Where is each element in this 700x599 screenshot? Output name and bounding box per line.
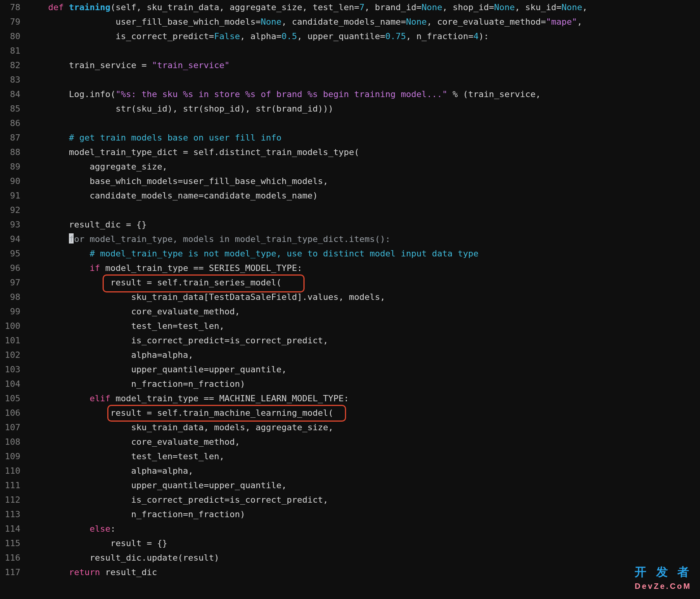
code-line[interactable]: def training(self, sku_train_data, aggre…	[27, 0, 588, 14]
code-line[interactable]	[27, 116, 588, 130]
line-number: 111	[0, 478, 23, 493]
code-line[interactable]: candidate_models_name=candidate_models_n…	[27, 188, 588, 203]
line-number: 102	[0, 348, 23, 362]
line-number: 78	[0, 0, 23, 14]
line-number: 86	[0, 116, 23, 130]
code-line[interactable]: # get train models base on user fill inf…	[27, 130, 588, 145]
code-line[interactable]: sku_train_data[TestDataSaleField].values…	[27, 290, 588, 304]
code-line[interactable]: # model_train_type is not model_type, us…	[27, 246, 588, 261]
line-number: 110	[0, 464, 23, 478]
code-line[interactable]: is_correct_predict=False, alpha=0.5, upp…	[27, 29, 588, 43]
line-number: 91	[0, 188, 23, 203]
line-number: 81	[0, 43, 23, 58]
line-number: 88	[0, 145, 23, 159]
line-number: 89	[0, 159, 23, 174]
line-number: 97	[0, 275, 23, 290]
code-line[interactable]: n_fraction=n_fraction)	[27, 507, 588, 521]
line-number: 83	[0, 72, 23, 87]
line-number: 100	[0, 319, 23, 333]
line-number: 115	[0, 536, 23, 550]
line-number: 90	[0, 174, 23, 188]
code-line[interactable]	[27, 72, 588, 87]
line-number: 109	[0, 449, 23, 464]
code-line[interactable]: if model_train_type == SERIES_MODEL_TYPE…	[27, 261, 588, 275]
line-number: 114	[0, 521, 23, 536]
code-line[interactable]: sku_train_data, models, aggregate_size,	[27, 420, 588, 435]
code-line[interactable]: result = {}	[27, 536, 588, 550]
line-number: 101	[0, 333, 23, 348]
code-line[interactable]: upper_quantile=upper_quantile,	[27, 362, 588, 377]
line-number: 117	[0, 565, 23, 579]
code-line[interactable]: for model_train_type, models in model_tr…	[27, 232, 588, 246]
line-number: 104	[0, 377, 23, 391]
watermark: 开 发 者 DevZe.CoM	[635, 565, 692, 594]
code-line[interactable]: is_correct_predict=is_correct_predict,	[27, 493, 588, 507]
code-line[interactable]: result = self.train_machine_learning_mod…	[27, 406, 588, 420]
line-number: 85	[0, 101, 23, 116]
line-number: 96	[0, 261, 23, 275]
code-line[interactable]: model_train_type_dict = self.distinct_tr…	[27, 145, 588, 159]
line-number: 84	[0, 87, 23, 101]
code-line[interactable]: result = self.train_series_model(	[27, 275, 588, 290]
code-line[interactable]: elif model_train_type == MACHINE_LEARN_M…	[27, 391, 588, 406]
line-number: 79	[0, 14, 23, 29]
code-line[interactable]: return result_dic	[27, 565, 588, 579]
code-line[interactable]: base_which_models=user_fill_base_which_m…	[27, 174, 588, 188]
code-line[interactable]: alpha=alpha,	[27, 348, 588, 362]
code-line[interactable]: n_fraction=n_fraction)	[27, 377, 588, 391]
code-line[interactable]: upper_quantile=upper_quantile,	[27, 478, 588, 493]
code-line[interactable]: else:	[27, 521, 588, 536]
code-line[interactable]: core_evaluate_method,	[27, 435, 588, 449]
code-line[interactable]: test_len=test_len,	[27, 319, 588, 333]
line-number: 108	[0, 435, 23, 449]
line-number: 82	[0, 58, 23, 72]
code-line[interactable]: result_dic = {}	[27, 217, 588, 232]
line-number-gutter: 7879808182838485868788899091929394959697…	[0, 0, 23, 579]
line-number: 112	[0, 493, 23, 507]
code-line[interactable]: train_service = "train_service"	[27, 58, 588, 72]
line-number: 106	[0, 406, 23, 420]
code-area[interactable]: def training(self, sku_train_data, aggre…	[27, 0, 588, 579]
line-number: 95	[0, 246, 23, 261]
code-line[interactable]	[27, 203, 588, 217]
code-editor[interactable]: 7879808182838485868788899091929394959697…	[0, 0, 700, 599]
line-number: 98	[0, 290, 23, 304]
code-line[interactable]: core_evaluate_method,	[27, 304, 588, 319]
line-number: 103	[0, 362, 23, 377]
code-line[interactable]	[27, 43, 588, 58]
code-line[interactable]: result_dic.update(result)	[27, 550, 588, 565]
line-number: 93	[0, 217, 23, 232]
code-line[interactable]: Log.info("%s: the sku %s in store %s of …	[27, 87, 588, 101]
line-number: 80	[0, 29, 23, 43]
line-number: 92	[0, 203, 23, 217]
line-number: 99	[0, 304, 23, 319]
code-line[interactable]: alpha=alpha,	[27, 464, 588, 478]
watermark-bottom: DevZe.CoM	[635, 579, 692, 594]
code-line[interactable]: test_len=test_len,	[27, 449, 588, 464]
watermark-top: 开 发 者	[635, 565, 692, 579]
code-line[interactable]: str(sku_id), str(shop_id), str(brand_id)…	[27, 101, 588, 116]
code-line[interactable]: aggregate_size,	[27, 159, 588, 174]
line-number: 113	[0, 507, 23, 521]
line-number: 107	[0, 420, 23, 435]
line-number: 87	[0, 130, 23, 145]
code-line[interactable]: user_fill_base_which_models=None, candid…	[27, 14, 588, 29]
code-line[interactable]: is_correct_predict=is_correct_predict,	[27, 333, 588, 348]
line-number: 116	[0, 550, 23, 565]
line-number: 94	[0, 232, 23, 246]
line-number: 105	[0, 391, 23, 406]
